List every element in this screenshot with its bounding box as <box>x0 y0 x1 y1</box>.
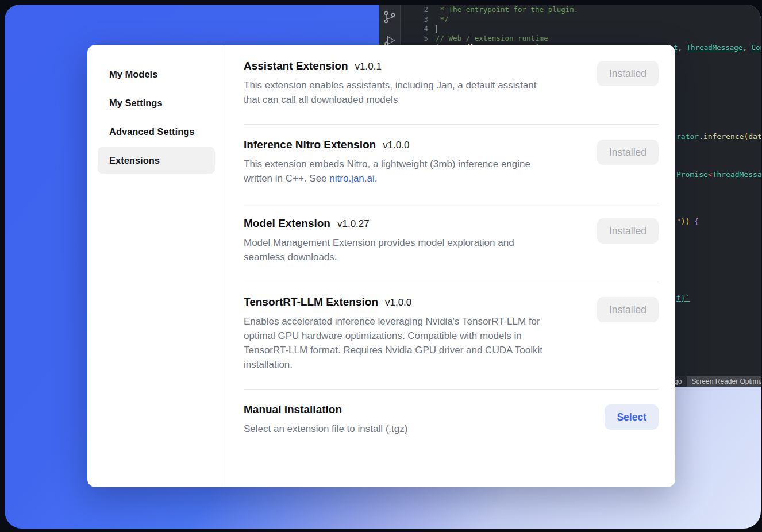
sidebar-item-my-models[interactable]: My Models <box>98 61 215 87</box>
page-background: 2 * The entrypoint for the plugin.3 */45… <box>0 0 762 532</box>
code-token: )) <box>681 217 690 226</box>
code-line: 3 */ <box>401 15 761 25</box>
extension-version: v1.0.0 <box>383 140 409 151</box>
code-line: 2 * The entrypoint for the plugin. <box>401 5 761 15</box>
hero-gradient-card: 2 * The entrypoint for the plugin.3 */45… <box>5 5 761 529</box>
installed-button[interactable]: Installed <box>597 61 659 86</box>
extension-description: Enables accelerated inference leveraging… <box>244 314 542 372</box>
extension-entry-inference-nitro-extension: Inference Nitro Extensionv1.0.0This exte… <box>244 125 659 203</box>
code-fragment: rator.inference(data)); <box>676 132 761 141</box>
extension-title-row: Model Extensionv1.0.27 <box>244 217 514 230</box>
extension-entry-text: Assistant Extensionv1.0.1This extension … <box>244 60 536 107</box>
line-content: // Web / extension runtime <box>436 34 548 44</box>
code-token: ThreadMessage <box>713 170 761 179</box>
code-token: */ <box>436 15 449 24</box>
source-control-icon[interactable] <box>382 10 397 25</box>
code-token: , <box>742 43 751 52</box>
code-token: Promise <box>676 170 708 179</box>
extension-description: This extension enables assistants, inclu… <box>244 78 536 107</box>
installed-button[interactable]: Installed <box>597 140 659 165</box>
description-text: Select an extension file to install (.tg… <box>244 423 407 434</box>
extension-version: v1.0.1 <box>355 61 382 72</box>
extension-entry-text: Inference Nitro Extensionv1.0.0This exte… <box>244 138 530 186</box>
extension-title: Model Extension <box>244 217 330 230</box>
description-text: Enables accelerated inference leveraging… <box>244 316 542 370</box>
installed-button[interactable]: Installed <box>597 297 659 322</box>
extension-title: Inference Nitro Extension <box>244 138 376 151</box>
code-token: < <box>708 170 713 179</box>
sidebar-item-advanced-settings[interactable]: Advanced Settings <box>98 118 215 145</box>
extension-entry-text: Model Extensionv1.0.27Model Management E… <box>244 217 514 264</box>
sidebar-item-extensions[interactable]: Extensions <box>98 147 215 174</box>
extension-title-row: TensortRT-LLM Extensionv1.0.0 <box>244 296 542 309</box>
extension-entry-text: TensortRT-LLM Extensionv1.0.0Enables acc… <box>244 296 542 372</box>
extension-entry-model-extension: Model Extensionv1.0.27Model Management E… <box>244 203 659 282</box>
extension-title-row: Inference Nitro Extensionv1.0.0 <box>244 138 530 151</box>
code-token: inference <box>703 132 744 141</box>
code-token: . <box>699 132 703 141</box>
line-number: 2 <box>401 5 428 15</box>
extension-entry-text: Manual InstallationSelect an extension f… <box>244 403 407 436</box>
description-text: This extension enables assistants, inclu… <box>244 80 536 105</box>
code-token: " <box>676 217 681 226</box>
extension-title-row: Manual Installation <box>244 403 407 416</box>
line-content: * The entrypoint for the plugin. <box>436 5 578 15</box>
installed-button[interactable]: Installed <box>597 218 659 244</box>
code-token: * The entrypoint for the plugin. <box>436 5 578 14</box>
extension-description: Model Management Extension provides mode… <box>244 236 514 264</box>
code-fragment: t}` <box>676 293 690 303</box>
extension-title: Assistant Extension <box>244 60 348 72</box>
extension-entry-tensortrt-llm-extension: TensortRT-LLM Extensionv1.0.0Enables acc… <box>244 282 659 390</box>
code-token: rator <box>676 132 699 141</box>
extension-version: v1.0.0 <box>385 297 411 309</box>
extension-entry-manual-installation: Manual InstallationSelect an extension f… <box>244 390 659 453</box>
code-fragment: Promise<ThreadMessage> <box>676 169 761 179</box>
nitro-jan-ai-link[interactable]: nitro.jan.ai <box>329 173 374 184</box>
code-token: , <box>678 43 687 52</box>
line-number: 3 <box>401 15 428 25</box>
description-text: This extension embeds Nitro, a lightweig… <box>244 159 530 184</box>
line-content: */ <box>436 15 449 25</box>
extensions-list: Assistant Extensionv1.0.1This extension … <box>224 45 675 487</box>
status-bar-text: go <box>674 377 682 385</box>
extension-title: TensortRT-LLM Extension <box>244 296 378 309</box>
code-token: ThreadMessage <box>687 43 743 52</box>
screen-reader-optimized-status[interactable]: Screen Reader Optimiz <box>687 376 761 387</box>
extension-description: This extension embeds Nitro, a lightweig… <box>244 157 530 186</box>
code-fragment: ")) { <box>676 217 699 226</box>
line-content <box>436 24 437 34</box>
sidebar-item-my-settings[interactable]: My Settings <box>98 90 215 116</box>
code-line: 5// Web / extension runtime <box>401 34 761 44</box>
code-token: ContentType <box>751 43 761 52</box>
extension-title: Manual Installation <box>244 403 342 416</box>
code-line: 4 <box>401 24 761 34</box>
settings-sidebar: My ModelsMy SettingsAdvanced SettingsExt… <box>87 45 224 487</box>
line-number: 5 <box>401 34 428 44</box>
code-token: { <box>690 217 699 226</box>
extension-title-row: Assistant Extensionv1.0.1 <box>244 60 536 72</box>
code-token: data <box>748 132 761 141</box>
settings-modal: My ModelsMy SettingsAdvanced SettingsExt… <box>87 45 675 487</box>
code-token <box>436 25 437 33</box>
description-text: Model Management Extension provides mode… <box>244 237 514 263</box>
extension-description: Select an extension file to install (.tg… <box>244 422 407 436</box>
description-text: . <box>375 173 378 184</box>
select-button[interactable]: Select <box>605 404 659 430</box>
line-number: 4 <box>401 24 428 34</box>
code-token: t}` <box>676 294 690 302</box>
extension-version: v1.0.27 <box>337 218 370 230</box>
extension-entry-assistant-extension: Assistant Extensionv1.0.1This extension … <box>244 60 659 125</box>
code-token: // Web / extension runtime <box>436 34 548 43</box>
